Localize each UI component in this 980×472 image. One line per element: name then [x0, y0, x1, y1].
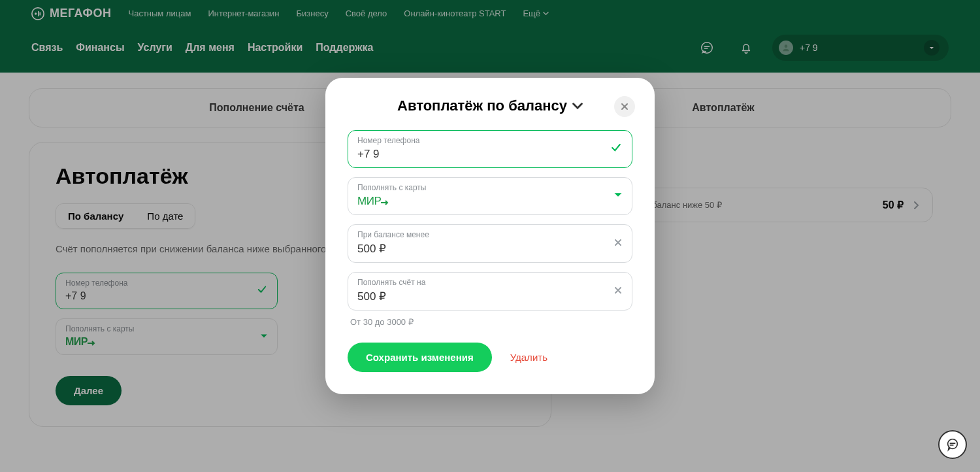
clear-threshold-button[interactable] — [613, 238, 623, 250]
clear-topup-button[interactable] — [613, 286, 623, 297]
modal-threshold-value: 500 ₽ — [357, 242, 603, 256]
modal-close-button[interactable] — [614, 96, 635, 117]
modal-threshold-label: При балансе менее — [357, 230, 603, 239]
topup-range-hint: От 30 до 3000 ₽ — [350, 317, 632, 327]
modal-phone-label: Номер телефона — [357, 136, 603, 145]
close-icon — [620, 102, 629, 111]
modal-topup-value: 500 ₽ — [357, 290, 603, 303]
modal-phone-value: +7 9 — [357, 148, 603, 161]
chat-fab[interactable] — [938, 430, 967, 459]
close-icon — [613, 286, 623, 295]
check-icon — [610, 141, 623, 157]
chevron-down-icon — [572, 101, 583, 111]
modal-topup-field[interactable]: Пополнять счёт на 500 ₽ — [348, 272, 632, 311]
caret-down-icon[interactable] — [613, 190, 623, 202]
modal-card-label: Пополнять с карты — [357, 183, 603, 192]
modal-threshold-field[interactable]: При балансе менее 500 ₽ — [348, 224, 632, 263]
autopay-edit-modal: Автоплатёж по балансу Номер телефона +7 … — [325, 78, 655, 394]
close-icon — [613, 238, 623, 247]
chat-icon — [945, 437, 960, 452]
modal-phone-field[interactable]: Номер телефона +7 9 — [348, 130, 632, 168]
modal-topup-label: Пополнять счёт на — [357, 278, 603, 287]
modal-title-dropdown[interactable]: Автоплатёж по балансу — [397, 97, 583, 114]
save-button[interactable]: Сохранить изменения — [348, 343, 492, 372]
mir-logo-icon: МИР — [357, 195, 603, 208]
modal-title-text: Автоплатёж по балансу — [397, 97, 567, 114]
modal-card-field[interactable]: Пополнять с карты МИР — [348, 177, 632, 215]
delete-link[interactable]: Удалить — [510, 352, 547, 363]
